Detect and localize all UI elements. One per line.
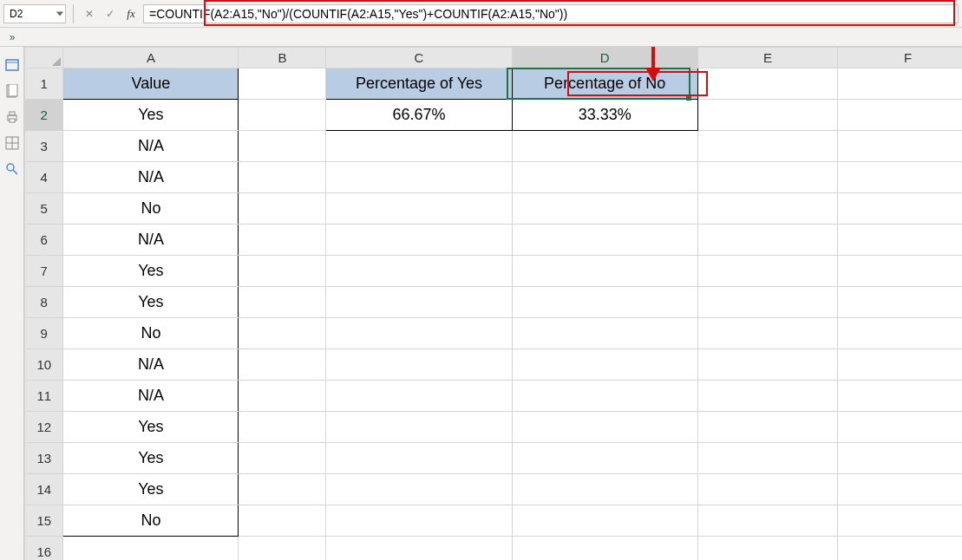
row-header[interactable]: 12 (25, 412, 63, 443)
cell-C10[interactable] (326, 349, 512, 381)
row-header[interactable]: 14 (25, 474, 63, 505)
cell-A7[interactable]: Yes (63, 256, 239, 287)
cell-A11[interactable]: N/A (63, 381, 239, 412)
cell-C7[interactable] (326, 256, 512, 287)
chevron-down-icon[interactable] (56, 11, 63, 16)
cell-E1[interactable] (697, 68, 838, 100)
cell-A12[interactable]: Yes (63, 412, 239, 443)
row-header[interactable]: 1 (25, 68, 63, 100)
cell-C8[interactable] (326, 287, 512, 318)
grid-icon[interactable] (0, 132, 24, 154)
row-header[interactable]: 10 (25, 349, 63, 381)
cell-B10[interactable] (239, 349, 326, 381)
cell-F12[interactable] (838, 412, 962, 443)
cell-E11[interactable] (697, 381, 838, 412)
cell-B8[interactable] (239, 287, 326, 318)
cell-D14[interactable] (512, 474, 697, 505)
row-header[interactable]: 3 (25, 131, 63, 162)
row-header[interactable]: 8 (25, 287, 63, 318)
cell-D13[interactable] (512, 443, 697, 474)
cell-E7[interactable] (697, 256, 838, 287)
cell-C9[interactable] (326, 318, 512, 349)
cell-D11[interactable] (512, 381, 697, 412)
enter-icon[interactable]: ✓ (101, 5, 119, 23)
formula-input[interactable]: =COUNTIF(A2:A15,"No")/(COUNTIF(A2:A15,"Y… (143, 4, 959, 23)
cell-A3[interactable]: N/A (63, 131, 239, 162)
row-header[interactable]: 11 (25, 381, 63, 412)
cell-C3[interactable] (326, 131, 512, 162)
cell-B5[interactable] (239, 193, 326, 225)
cell-F9[interactable] (838, 318, 962, 349)
cell-F11[interactable] (838, 381, 962, 412)
col-header-F[interactable]: F (838, 48, 962, 68)
cell-C15[interactable] (326, 505, 512, 537)
cell-D7[interactable] (512, 256, 697, 287)
cell-A5[interactable]: No (63, 193, 239, 225)
cell-E15[interactable] (697, 505, 838, 537)
row-header[interactable]: 9 (25, 318, 63, 349)
cell-A9[interactable]: No (63, 318, 239, 349)
cell-A16[interactable] (63, 537, 239, 561)
cell-D10[interactable] (512, 349, 697, 381)
cell-C1[interactable]: Percentage of Yes (326, 68, 512, 100)
cell-D9[interactable] (512, 318, 697, 349)
spreadsheet-grid[interactable]: A B C D E F 1ValuePercentage of YesPerce… (24, 47, 962, 560)
cell-E14[interactable] (697, 474, 838, 505)
col-header-C[interactable]: C (326, 48, 512, 68)
cell-D8[interactable] (512, 287, 697, 318)
cell-B12[interactable] (239, 412, 326, 443)
cell-F7[interactable] (838, 256, 962, 287)
cell-E12[interactable] (697, 412, 838, 443)
cell-D16[interactable] (512, 537, 697, 561)
cell-B9[interactable] (239, 318, 326, 349)
cell-A15[interactable]: No (63, 505, 239, 537)
expand-ribbon-icon[interactable]: » (0, 32, 24, 42)
cell-F15[interactable] (838, 505, 962, 537)
row-header[interactable]: 6 (25, 225, 63, 256)
cell-A1[interactable]: Value (63, 68, 239, 100)
cell-B14[interactable] (239, 474, 326, 505)
cell-E10[interactable] (697, 349, 838, 381)
cell-A2[interactable]: Yes (63, 100, 239, 131)
cell-A14[interactable]: Yes (63, 474, 239, 505)
col-header-D[interactable]: D (512, 48, 697, 68)
col-header-A[interactable]: A (63, 48, 239, 68)
cell-F1[interactable] (838, 68, 962, 100)
row-header[interactable]: 16 (25, 537, 63, 561)
col-header-E[interactable]: E (697, 48, 838, 68)
sheet-icon[interactable] (0, 80, 24, 102)
cell-B11[interactable] (239, 381, 326, 412)
find-icon[interactable] (0, 158, 24, 180)
cell-D2[interactable]: 33.33% (512, 100, 697, 131)
cell-C5[interactable] (326, 193, 512, 225)
cell-C11[interactable] (326, 381, 512, 412)
cell-A10[interactable]: N/A (63, 349, 239, 381)
cell-C12[interactable] (326, 412, 512, 443)
cell-F13[interactable] (838, 443, 962, 474)
cell-F16[interactable] (838, 537, 962, 561)
row-header[interactable]: 2 (25, 100, 63, 131)
cell-F5[interactable] (838, 193, 962, 225)
cell-D6[interactable] (512, 225, 697, 256)
cell-B13[interactable] (239, 443, 326, 474)
cell-B1[interactable] (239, 68, 326, 100)
cell-E2[interactable] (697, 100, 838, 131)
cell-A6[interactable]: N/A (63, 225, 239, 256)
cell-C14[interactable] (326, 474, 512, 505)
cell-B3[interactable] (239, 131, 326, 162)
cell-F8[interactable] (838, 287, 962, 318)
row-header[interactable]: 5 (25, 193, 63, 225)
cell-B7[interactable] (239, 256, 326, 287)
fx-icon[interactable]: fx (122, 5, 140, 23)
cancel-icon[interactable]: ✕ (81, 5, 98, 23)
row-header[interactable]: 7 (25, 256, 63, 287)
cell-D3[interactable] (512, 131, 697, 162)
window-icon[interactable] (0, 54, 24, 76)
cell-D1[interactable]: Percentage of No (512, 68, 697, 100)
row-header[interactable]: 15 (25, 505, 63, 537)
cell-E6[interactable] (697, 225, 838, 256)
cell-C4[interactable] (326, 162, 512, 193)
cell-F3[interactable] (838, 131, 962, 162)
cell-C2[interactable]: 66.67% (326, 100, 512, 131)
row-header[interactable]: 13 (25, 443, 63, 474)
